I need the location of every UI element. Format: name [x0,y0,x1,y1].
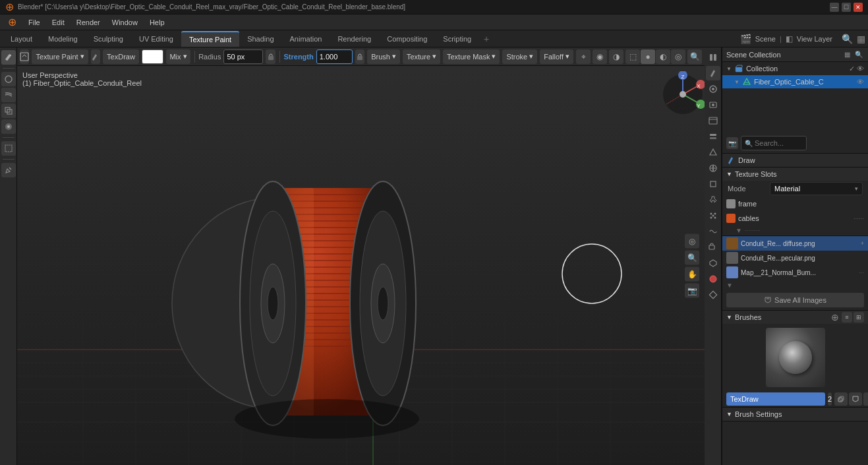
tab-compositing[interactable]: Compositing [379,31,435,47]
draw-section-header[interactable]: Draw [722,154,868,167]
constraints-property-icon[interactable] [706,240,720,255]
scene-property-icon[interactable] [706,82,720,96]
menu-edit[interactable]: Edit [47,17,70,28]
strength-input[interactable] [316,49,353,64]
tools-property-icon[interactable] [706,50,720,65]
tab-shading[interactable]: Shading [239,31,281,47]
look-around-btn[interactable]: ◎ [685,233,699,248]
gizmo-btn[interactable]: ⌖ [576,49,591,64]
titlebar-controls[interactable]: — ☐ ✕ [830,3,863,12]
render-property-icon[interactable] [706,98,720,112]
tab-scripting[interactable]: Scripting [435,31,479,47]
diffuse-img[interactable]: Conduit_Re... diffuse.png + [722,236,868,251]
maximize-btn[interactable]: ☐ [842,3,851,12]
brush-save-btn[interactable] [849,392,862,406]
data-property-icon[interactable] [706,256,720,270]
modifier-property-icon[interactable] [706,193,720,207]
menu-window[interactable]: Window [107,17,143,28]
shading-btn[interactable]: ◑ [609,49,623,64]
object-data-property-icon[interactable] [706,288,720,302]
scene-props-icon[interactable] [706,145,720,160]
camera-btn[interactable]: 📷 [685,283,699,297]
outliner-filter-icon[interactable]: ▦ [842,49,852,60]
falloff-btn[interactable]: Falloff ▾ [540,49,573,64]
zoom-btn[interactable]: 🔍 [685,250,699,264]
render-btn[interactable]: ◎ [671,49,685,64]
viewport-icon-btn[interactable] [20,49,29,64]
tab-rendering[interactable]: Rendering [330,31,379,47]
specular-img[interactable]: Conduit_Re...pecular.png [722,251,868,265]
add-tab-btn[interactable]: + [479,32,494,46]
fill-tool[interactable] [1,119,16,134]
tab-animation[interactable]: Animation [282,31,330,47]
minimize-btn[interactable]: — [830,3,839,12]
radius-input[interactable] [223,49,263,64]
texture-slots-header[interactable]: ▼ Texture Slots [722,168,868,181]
smear-tool[interactable] [1,88,16,102]
props-search-input[interactable] [755,139,803,147]
normal-img[interactable]: Map__21_Normal_Bum... ⋯ [722,265,868,280]
soften-tool[interactable] [1,72,16,86]
blend-mode-dropdown[interactable]: Mix ▾ [166,49,190,64]
radius-lock-btn[interactable] [266,49,275,64]
texture-mask-btn[interactable]: Texture Mask ▾ [443,49,500,64]
menu-help[interactable]: Help [144,17,170,28]
slot-frame[interactable]: frame [722,197,868,211]
brush-list-view-btn[interactable]: ≡ [842,312,852,323]
viewport-3d[interactable]: User Perspective (1) Fiber_Optic_Cable_C… [17,66,705,465]
tab-modeling[interactable]: Modeling [40,31,86,47]
output-property-icon[interactable] [706,113,720,128]
brush-name-field[interactable] [726,392,825,406]
add-img-btn[interactable]: + [861,240,864,247]
tab-uv-editing[interactable]: UV Editing [131,31,181,47]
close-btn[interactable]: ✕ [854,3,863,12]
wireframe-btn[interactable]: ⬚ [625,49,640,64]
brush-delete-btn[interactable]: ✕ [863,392,868,406]
search-viewport-btn[interactable]: 🔍 [687,49,702,64]
menu-blender[interactable]: ⊕ [3,15,22,30]
tab-search-icon[interactable]: 🔍 [842,34,853,44]
color-swatch[interactable] [142,49,164,64]
tab-filter-icon[interactable]: ▦ [857,34,865,44]
tab-texture-paint[interactable]: Texture Paint [181,31,239,47]
brush-copy-btn[interactable] [834,392,848,406]
material-btn[interactable]: ◐ [656,49,670,64]
object-property-icon[interactable] [706,177,720,191]
brushes-expand-icon[interactable]: ⊕ [831,312,839,323]
brush-dropdown-btn[interactable]: Brush ▾ [367,49,400,64]
fiber-reel-item[interactable]: ▼ Fiber_Optic_Cable_C 👁 [722,75,868,88]
overlay-btn[interactable]: ◉ [593,49,607,64]
physics-property-icon[interactable] [706,224,720,239]
fiber-eye-icon[interactable]: 👁 [857,78,864,86]
mode-selector[interactable]: Texture Paint ▾ [32,49,88,64]
pan-btn[interactable]: ✋ [685,266,699,281]
strength-lock-btn[interactable] [355,49,364,64]
stroke-btn[interactable]: Stroke ▾ [502,49,537,64]
collection-eye-icon[interactable]: 👁 [857,65,864,73]
brush-type-icon[interactable] [91,49,100,64]
view-layer-property-icon[interactable] [706,129,720,144]
save-all-images-btn[interactable]: Save All Images [726,293,864,307]
solid-btn[interactable]: ● [641,49,655,64]
annotate-tool[interactable] [1,163,16,177]
clone-tool[interactable] [1,104,16,118]
mode-prop-value[interactable]: Material ▾ [770,182,863,195]
active-tool-property-icon[interactable] [706,66,720,80]
outliner-search-icon[interactable]: 🔍 [854,49,864,60]
tab-layout[interactable]: Layout [3,31,40,47]
mask-tool[interactable] [1,141,16,156]
props-search-box[interactable]: 🔍 [741,136,807,150]
texture-dropdown-btn[interactable]: Texture ▾ [403,49,440,64]
tab-sculpting[interactable]: Sculpting [86,31,131,47]
brush-settings-header[interactable]: ▼ Brush Settings [722,408,868,421]
world-property-icon[interactable] [706,161,720,175]
material-property-icon[interactable] [706,272,720,286]
navigation-gizmo[interactable]: X Y Z [660,71,699,111]
particles-property-icon[interactable] [706,208,720,223]
props-render-icon[interactable]: 📷 [726,137,738,149]
brushes-header[interactable]: ▼ Brushes ⊕ ≡ ⊞ [722,311,868,324]
slot-cables[interactable]: cables ⋯⋯ [722,211,868,226]
brush-grid-view-btn[interactable]: ⊞ [854,312,864,323]
draw-tool[interactable] [1,50,16,65]
brush-name-btn[interactable]: TexDraw [103,49,139,64]
